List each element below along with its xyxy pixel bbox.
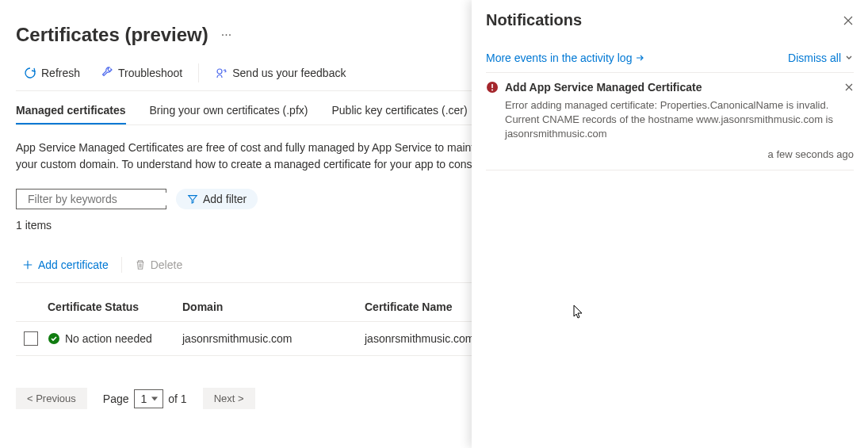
close-notifications-button[interactable] xyxy=(843,15,854,26)
row-checkbox[interactable] xyxy=(24,331,38,346)
close-icon xyxy=(844,82,854,92)
notification-item: Add App Service Managed Certificate Erro… xyxy=(486,81,854,170)
notifications-title: Notifications xyxy=(486,11,582,29)
troubleshoot-label: Troubleshoot xyxy=(118,67,182,79)
more-events-link[interactable]: More events in the activity log xyxy=(486,52,644,64)
refresh-icon xyxy=(24,67,36,79)
page-dropdown[interactable]: 1 xyxy=(134,389,164,408)
svg-point-0 xyxy=(217,69,222,74)
notifications-header: Notifications xyxy=(486,11,854,29)
chevron-down-icon xyxy=(844,53,854,63)
action-divider xyxy=(121,257,122,273)
row-checkbox-cell xyxy=(16,331,48,346)
next-button[interactable]: Next > xyxy=(203,388,255,409)
more-actions-button[interactable]: ··· xyxy=(221,28,231,42)
svg-point-4 xyxy=(491,90,493,91)
filter-icon xyxy=(187,193,198,205)
col-domain-header[interactable]: Domain xyxy=(182,301,365,313)
refresh-button[interactable]: Refresh xyxy=(16,62,88,84)
row-status-cell: No action needed xyxy=(48,332,182,345)
notification-item-body: Error adding managed certificate: Proper… xyxy=(505,98,854,142)
feedback-button[interactable]: Send us your feedback xyxy=(207,62,354,84)
page-label: Page xyxy=(103,392,129,405)
tab-managed-certificates[interactable]: Managed certificates xyxy=(16,98,126,124)
feedback-label: Send us your feedback xyxy=(232,67,346,79)
dismiss-notification-button[interactable] xyxy=(844,82,854,92)
trash-icon xyxy=(135,259,146,270)
success-icon xyxy=(48,332,60,345)
add-filter-label: Add filter xyxy=(203,193,247,205)
page-select: Page 1 of 1 xyxy=(103,389,187,408)
col-status-header[interactable]: Certificate Status xyxy=(48,301,182,313)
page-of: of 1 xyxy=(168,392,186,405)
arrow-right-icon xyxy=(635,53,644,63)
delete-label: Delete xyxy=(151,258,182,271)
plus-icon xyxy=(22,259,33,270)
filter-input[interactable] xyxy=(28,193,166,205)
add-certificate-label: Add certificate xyxy=(38,258,109,271)
add-filter-button[interactable]: Add filter xyxy=(176,189,258,209)
filter-input-wrapper[interactable] xyxy=(16,189,166,209)
troubleshoot-button[interactable]: Troubleshoot xyxy=(93,62,190,84)
page-title: Certificates (preview) xyxy=(16,24,208,46)
row-domain-cell: jasonrsmithmusic.com xyxy=(182,332,365,345)
toolbar-divider xyxy=(198,63,199,82)
delete-button[interactable]: Delete xyxy=(128,255,189,274)
tab-public-key[interactable]: Public key certificates (.cer) xyxy=(331,98,467,124)
notifications-panel: Notifications More events in the activit… xyxy=(472,0,868,448)
col-checkbox-header xyxy=(16,301,48,313)
refresh-label: Refresh xyxy=(41,67,80,79)
close-icon xyxy=(843,15,854,26)
notifications-links: More events in the activity log Dismiss … xyxy=(486,52,854,73)
tab-bring-your-own[interactable]: Bring your own certificates (.pfx) xyxy=(150,98,308,124)
notification-item-title: Add App Service Managed Certificate xyxy=(505,81,838,94)
error-icon xyxy=(486,81,499,94)
notification-item-time: a few seconds ago xyxy=(486,148,854,160)
wrench-icon xyxy=(101,67,113,79)
row-status-text: No action needed xyxy=(65,332,152,345)
dismiss-all-link[interactable]: Dismiss all xyxy=(788,52,854,64)
add-certificate-button[interactable]: Add certificate xyxy=(16,255,115,274)
more-events-label: More events in the activity log xyxy=(486,52,632,64)
notification-item-header: Add App Service Managed Certificate xyxy=(486,81,854,94)
dismiss-all-label: Dismiss all xyxy=(788,52,841,64)
previous-button[interactable]: < Previous xyxy=(16,388,87,409)
feedback-icon xyxy=(215,67,228,79)
